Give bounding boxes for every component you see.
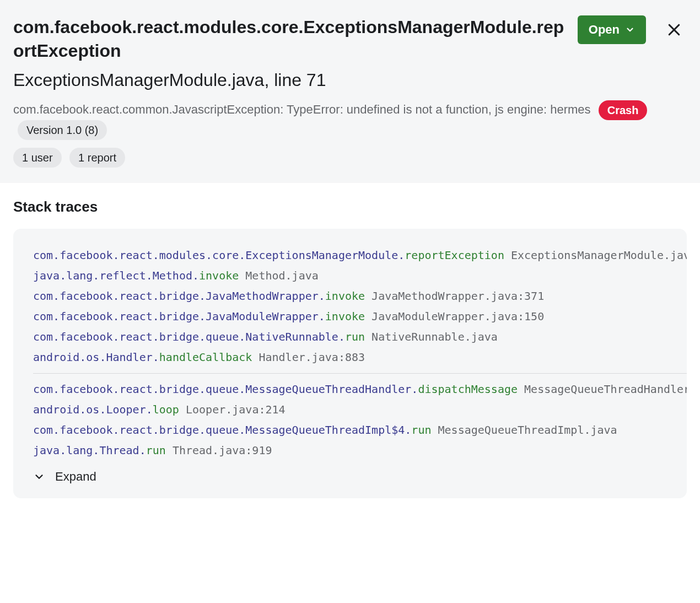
stack-frame: com.facebook.react.bridge.JavaModuleWrap… bbox=[33, 306, 667, 327]
exception-description: com.facebook.react.common.JavascriptExce… bbox=[13, 103, 591, 116]
stack-frame: java.lang.Thread.run Thread.java:919 bbox=[33, 440, 667, 461]
exception-location: ExceptionsManagerModule.java, line 71 bbox=[13, 68, 567, 92]
users-badge: 1 user bbox=[13, 148, 62, 168]
stack-frame: com.facebook.react.bridge.queue.NativeRu… bbox=[33, 327, 667, 347]
status-open-label: Open bbox=[589, 23, 620, 37]
crash-header: com.facebook.react.modules.core.Exceptio… bbox=[0, 0, 700, 183]
expand-button[interactable]: Expand bbox=[13, 461, 116, 488]
stack-frames-top: com.facebook.react.modules.core.Exceptio… bbox=[13, 245, 687, 368]
close-icon bbox=[666, 21, 682, 38]
status-open-button[interactable]: Open bbox=[578, 15, 646, 44]
stack-frame: android.os.Looper.loop Looper.java:214 bbox=[33, 400, 667, 420]
meta-pills: 1 user 1 report bbox=[13, 148, 687, 168]
reports-badge: 1 report bbox=[69, 148, 125, 168]
stack-frame: android.os.Handler.handleCallback Handle… bbox=[33, 347, 667, 368]
stack-traces-heading: Stack traces bbox=[13, 198, 687, 216]
stack-frame: com.facebook.react.bridge.JavaMethodWrap… bbox=[33, 286, 667, 306]
stack-frame: java.lang.reflect.Method.invoke Method.j… bbox=[33, 266, 667, 286]
crash-badge: Crash bbox=[599, 100, 648, 120]
close-button[interactable] bbox=[661, 15, 687, 44]
expand-label: Expand bbox=[55, 470, 96, 484]
exception-title: com.facebook.react.modules.core.Exceptio… bbox=[13, 15, 567, 63]
stack-frame: com.facebook.react.modules.core.Exceptio… bbox=[33, 245, 667, 266]
stack-frame: com.facebook.react.bridge.queue.MessageQ… bbox=[33, 379, 667, 400]
chevron-down-icon bbox=[33, 471, 45, 483]
content-section: Stack traces com.facebook.react.modules.… bbox=[0, 183, 700, 520]
stack-trace-box: com.facebook.react.modules.core.Exceptio… bbox=[13, 229, 687, 498]
version-badge: Version 1.0 (8) bbox=[18, 120, 107, 140]
stack-frame: com.facebook.react.bridge.queue.MessageQ… bbox=[33, 420, 667, 440]
stack-frames-bottom: com.facebook.react.bridge.queue.MessageQ… bbox=[13, 379, 687, 461]
exception-description-row: com.facebook.react.common.JavascriptExce… bbox=[13, 100, 687, 140]
chevron-down-icon bbox=[625, 25, 635, 35]
stack-divider bbox=[33, 373, 687, 374]
